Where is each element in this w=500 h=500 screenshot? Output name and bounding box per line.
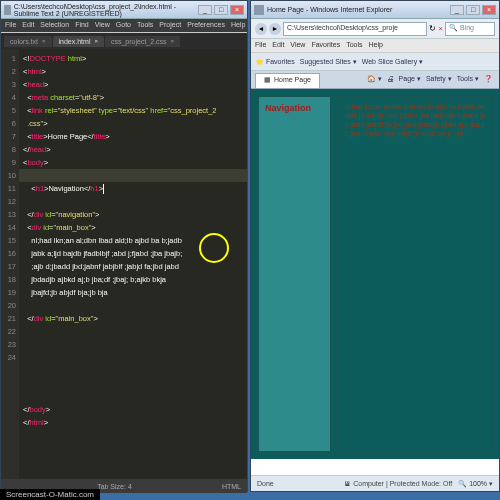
line-gutter: 123456789101112131415161718192021222324 bbox=[1, 49, 19, 493]
stop-button[interactable]: × bbox=[438, 24, 443, 33]
minimize-button[interactable]: _ bbox=[198, 5, 212, 15]
close-tab-icon[interactable]: × bbox=[171, 38, 175, 44]
ie-menu[interactable]: FileEditViewFavoritesToolsHelp bbox=[251, 39, 499, 53]
toolbar-item[interactable]: Safety ▾ bbox=[426, 75, 452, 86]
menu-view[interactable]: View bbox=[290, 41, 305, 50]
zoom-level[interactable]: 🔍 100% ▾ bbox=[458, 480, 493, 488]
sublime-tabs: colors.txt×index.html×css_project_2.css× bbox=[1, 33, 247, 49]
syntax-mode[interactable]: HTML bbox=[222, 480, 241, 493]
menu-help[interactable]: Help bbox=[369, 41, 383, 50]
menu-favorites[interactable]: Favorites bbox=[311, 41, 340, 50]
nav-heading: Navigation bbox=[265, 103, 311, 113]
editor-tab[interactable]: colors.txt× bbox=[4, 36, 52, 47]
close-tab-icon[interactable]: × bbox=[42, 38, 46, 44]
menu-edit[interactable]: Edit bbox=[272, 41, 284, 50]
watermark: Screencast-O-Matic.com bbox=[0, 489, 100, 500]
web-slice[interactable]: Web Slice Gallery ▾ bbox=[362, 58, 423, 66]
refresh-button[interactable]: ↻ bbox=[429, 24, 436, 33]
ie-icon bbox=[254, 5, 264, 15]
page-main-box: nl;had lkn;an al;dbn lbad ald;lb ajbd ba… bbox=[338, 95, 493, 453]
menu-preferences[interactable]: Preferences bbox=[187, 21, 225, 30]
forward-button[interactable]: ► bbox=[269, 23, 281, 35]
ie-title: Home Page - Windows Internet Explorer bbox=[267, 6, 392, 13]
ie-tabs: ▦ Home Page 🏠 ▾🖨Page ▾Safety ▾Tools ▾❓ bbox=[251, 71, 499, 89]
ie-favorites-bar: ⭐ Favorites Suggested Sites ▾ Web Slice … bbox=[251, 53, 499, 71]
editor-tab[interactable]: css_project_2.css× bbox=[105, 36, 180, 47]
sublime-icon bbox=[4, 5, 11, 15]
url-input[interactable]: C:\Users\techcol\Desktop\css_proje bbox=[283, 22, 427, 36]
tab-size[interactable]: Tab Size: 4 bbox=[97, 480, 132, 493]
code-editor[interactable]: 123456789101112131415161718192021222324 … bbox=[1, 49, 247, 493]
toolbar-item[interactable]: Page ▾ bbox=[399, 75, 421, 86]
suggested-sites[interactable]: Suggested Sites ▾ bbox=[300, 58, 357, 66]
window-controls: _ □ × bbox=[198, 5, 244, 15]
toolbar-item[interactable]: 🏠 ▾ bbox=[367, 75, 382, 86]
sublime-titlebar[interactable]: C:\Users\techcol\Desktop\css_project_2\i… bbox=[1, 1, 247, 19]
menu-tools[interactable]: Tools bbox=[137, 21, 153, 30]
back-button[interactable]: ◄ bbox=[255, 23, 267, 35]
menu-find[interactable]: Find bbox=[75, 21, 89, 30]
ie-address-bar: ◄ ► C:\Users\techcol\Desktop\css_proje ↻… bbox=[251, 19, 499, 39]
sublime-title: C:\Users\techcol\Desktop\css_project_2\i… bbox=[14, 3, 198, 17]
minimize-button[interactable]: _ bbox=[450, 5, 464, 15]
menu-tools[interactable]: Tools bbox=[346, 41, 362, 50]
ie-titlebar[interactable]: Home Page - Windows Internet Explorer _ … bbox=[251, 1, 499, 19]
current-line-highlight bbox=[19, 169, 247, 182]
close-button[interactable]: × bbox=[230, 5, 244, 15]
menu-help[interactable]: Help bbox=[231, 21, 245, 30]
editor-tab[interactable]: index.html× bbox=[53, 36, 104, 47]
ie-statusbar: Done 🖥 Computer | Protected Mode: Off 🔍 … bbox=[251, 475, 499, 491]
browser-tab[interactable]: ▦ Home Page bbox=[255, 73, 320, 88]
page-icon: ▦ bbox=[264, 76, 271, 86]
close-tab-icon[interactable]: × bbox=[94, 38, 98, 44]
menu-project[interactable]: Project bbox=[159, 21, 181, 30]
menu-goto[interactable]: Goto bbox=[116, 21, 131, 30]
sublime-window: C:\Users\techcol\Desktop\css_project_2\i… bbox=[0, 0, 248, 492]
code-content[interactable]: <!DOCTYPE html><html><head> <meta charse… bbox=[19, 49, 247, 493]
status-done: Done bbox=[257, 480, 274, 487]
favorites-button[interactable]: ⭐ Favorites bbox=[255, 58, 295, 66]
protected-mode[interactable]: 🖥 Computer | Protected Mode: Off bbox=[344, 480, 452, 487]
menu-view[interactable]: View bbox=[95, 21, 110, 30]
menu-selection[interactable]: Selection bbox=[40, 21, 69, 30]
window-controls: _ □ × bbox=[450, 5, 496, 15]
menu-file[interactable]: File bbox=[255, 41, 266, 50]
menu-edit[interactable]: Edit bbox=[22, 21, 34, 30]
rendered-page: Navigation nl;had lkn;an al;dbn lbad ald… bbox=[251, 89, 499, 459]
maximize-button[interactable]: □ bbox=[466, 5, 480, 15]
close-button[interactable]: × bbox=[482, 5, 496, 15]
page-navigation-box: Navigation bbox=[257, 95, 332, 453]
search-input[interactable]: 🔍 Bing bbox=[445, 22, 495, 36]
ie-window: Home Page - Windows Internet Explorer _ … bbox=[250, 0, 500, 492]
toolbar-item[interactable]: 🖨 bbox=[387, 75, 394, 86]
ie-command-bar: 🏠 ▾🖨Page ▾Safety ▾Tools ▾❓ bbox=[365, 73, 495, 88]
menu-file[interactable]: File bbox=[5, 21, 16, 30]
toolbar-item[interactable]: Tools ▾ bbox=[457, 75, 479, 86]
maximize-button[interactable]: □ bbox=[214, 5, 228, 15]
toolbar-item[interactable]: ❓ bbox=[484, 75, 493, 86]
sublime-menu[interactable]: FileEditSelectionFindViewGotoToolsProjec… bbox=[1, 19, 247, 33]
